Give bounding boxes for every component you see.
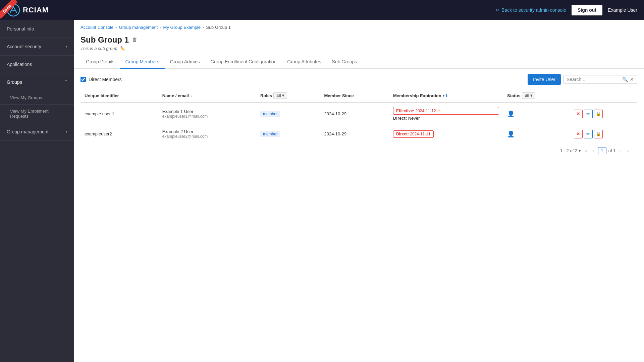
edit-member-button-2[interactable]: ✏ bbox=[584, 130, 593, 138]
breadcrumb-account-console[interactable]: Account Console bbox=[80, 25, 113, 30]
status-all-filter[interactable]: all ▾ bbox=[522, 92, 536, 99]
invite-user-button[interactable]: Invite User bbox=[528, 74, 561, 85]
chevron-right-icon: › bbox=[66, 44, 67, 49]
tab-group-details[interactable]: Group Details bbox=[80, 56, 120, 69]
breadcrumb-sep-3: › bbox=[203, 25, 204, 30]
remove-member-button-1[interactable]: ✕ bbox=[574, 110, 583, 118]
sidebar: Personal info Account security › Applica… bbox=[0, 20, 74, 362]
edit-member-button-1[interactable]: ✏ bbox=[584, 110, 593, 118]
table-area: Direct Members Invite User 🔍 ✕ Unique Id… bbox=[74, 69, 644, 362]
cell-unique-id-2: exampleuser2 bbox=[80, 125, 158, 143]
page-range[interactable]: 1 - 2 of 2 ▾ bbox=[560, 148, 581, 153]
breadcrumb-sep-1: › bbox=[115, 25, 117, 30]
sidebar-item-applications[interactable]: Applications bbox=[0, 56, 74, 73]
sidebar-item-view-my-groups[interactable]: View My Groups bbox=[0, 91, 74, 105]
expiry-info-icon[interactable]: ℹ bbox=[446, 93, 447, 98]
expiry-direct-box-2: Direct: 2024-11-11 bbox=[393, 130, 434, 138]
roles-all-filter[interactable]: all ▾ bbox=[273, 92, 287, 99]
status-active-icon-2: 👤 bbox=[507, 131, 515, 137]
delete-group-icon[interactable]: 🗑 bbox=[132, 37, 138, 43]
cell-name-email-2: Example 2 User exampleuser2@mail.com bbox=[158, 125, 256, 143]
table-header-row: Unique Identifier Name / email ↓ Roles bbox=[80, 89, 637, 103]
content-area: Account Console › Group management › My … bbox=[74, 20, 644, 362]
main-container: Personal info Account security › Applica… bbox=[0, 20, 644, 362]
sidebar-item-groups[interactable]: Groups ˅ bbox=[0, 73, 74, 91]
search-icon[interactable]: 🔍 bbox=[622, 77, 628, 82]
next-page-button[interactable]: › bbox=[618, 147, 623, 154]
user-name: Example User bbox=[608, 7, 637, 13]
col-status: Status all ▾ bbox=[503, 89, 570, 103]
action-buttons-1: ✕ ✏ 🔒 bbox=[574, 110, 633, 118]
direct-members-checkbox[interactable] bbox=[80, 77, 86, 82]
page-header: Sub Group 1 🗑 This is a sub group ✏️ bbox=[74, 33, 644, 52]
breadcrumb: Account Console › Group management › My … bbox=[74, 20, 644, 33]
user-name-2: Example 2 User bbox=[162, 129, 252, 134]
user-name-1: Example 1 User bbox=[162, 109, 252, 114]
tab-group-enrollment-config[interactable]: Group Enrollment Configuration bbox=[205, 56, 282, 69]
user-email-1: exampleuser1@mail.com bbox=[162, 114, 252, 119]
back-to-admin-link[interactable]: ↩ Back to security admin console bbox=[495, 7, 566, 13]
prev-page-button[interactable]: ‹ bbox=[591, 147, 596, 154]
cell-expiry-1: Effective: 2024-11-12 ⚠ Direct: Never bbox=[389, 103, 503, 125]
sidebar-item-account-security[interactable]: Account security › bbox=[0, 38, 74, 56]
back-arrow-icon: ↩ bbox=[495, 7, 499, 13]
action-buttons-2: ✕ ✏ 🔒 bbox=[574, 130, 633, 138]
edit-subtitle-icon[interactable]: ✏️ bbox=[119, 46, 125, 51]
first-page-button[interactable]: « bbox=[583, 147, 589, 154]
col-actions bbox=[570, 89, 637, 103]
rciam-logo-icon bbox=[7, 3, 20, 17]
total-pages-label: of 1 bbox=[608, 148, 616, 153]
role-badge-1: member bbox=[260, 111, 280, 117]
search-box: 🔍 ✕ bbox=[564, 75, 637, 84]
breadcrumb-group-management[interactable]: Group management bbox=[119, 25, 158, 30]
user-email-2: exampleuser2@mail.com bbox=[162, 134, 252, 139]
status-active-icon-1: 👤 bbox=[507, 111, 515, 117]
sidebar-item-group-management[interactable]: Group management › bbox=[0, 123, 74, 141]
lock-member-button-1[interactable]: 🔒 bbox=[594, 110, 603, 118]
last-page-button[interactable]: » bbox=[625, 147, 631, 154]
lock-member-button-2[interactable]: 🔒 bbox=[594, 130, 603, 138]
col-membership-expiry[interactable]: Membership Expiration ▾ ℹ bbox=[389, 89, 503, 103]
warning-icon-1: ⚠ bbox=[437, 108, 441, 113]
col-roles: Roles all ▾ bbox=[256, 89, 320, 103]
chevron-right-icon-gm: › bbox=[66, 129, 67, 134]
tab-group-attributes[interactable]: Group Attributes bbox=[282, 56, 326, 69]
current-page-number[interactable]: 1 bbox=[598, 147, 606, 154]
col-name-email[interactable]: Name / email ↓ bbox=[158, 89, 256, 103]
cell-expiry-2: Direct: 2024-11-11 bbox=[389, 125, 503, 143]
navbar: RCIAM ↩ Back to security admin console S… bbox=[0, 0, 644, 20]
cell-member-since-2: 2024-10-29 bbox=[320, 125, 389, 143]
cell-role-1: member bbox=[256, 103, 320, 125]
tab-group-admins[interactable]: Group Admins bbox=[165, 56, 205, 69]
table-row: exampleuser2 Example 2 User exampleuser2… bbox=[80, 125, 637, 143]
chevron-down-icon: ˅ bbox=[65, 80, 67, 84]
col-unique-id: Unique Identifier bbox=[80, 89, 158, 103]
tab-sub-groups[interactable]: Sub Groups bbox=[327, 56, 363, 69]
direct-members-header: Direct Members Invite User 🔍 ✕ bbox=[80, 74, 637, 85]
page-title-row: Sub Group 1 🗑 bbox=[80, 35, 637, 45]
sort-expiry-icon: ▾ bbox=[443, 94, 444, 98]
page-subtitle: This is a sub group ✏️ bbox=[80, 46, 637, 51]
navbar-logo: RCIAM bbox=[7, 3, 49, 17]
pagination-caret-icon: ▾ bbox=[579, 148, 581, 153]
tab-group-members[interactable]: Group Members bbox=[120, 56, 165, 69]
sidebar-item-personal-info[interactable]: Personal info bbox=[0, 20, 74, 38]
expiry-direct-1: Direct: Never bbox=[393, 116, 499, 121]
search-clear-icon[interactable]: ✕ bbox=[630, 77, 634, 82]
sign-out-button[interactable]: Sign out bbox=[572, 5, 602, 15]
remove-member-button-2[interactable]: ✕ bbox=[574, 130, 583, 138]
pagination: 1 - 2 of 2 ▾ « ‹ 1 of 1 › » bbox=[80, 143, 637, 158]
search-input[interactable] bbox=[567, 77, 620, 82]
breadcrumb-my-group-example[interactable]: My Group Example bbox=[163, 25, 201, 30]
breadcrumb-sep-2: › bbox=[160, 25, 161, 30]
sort-name-icon: ↓ bbox=[190, 94, 192, 98]
expiry-effective-box-1: Effective: 2024-11-12 ⚠ bbox=[393, 107, 499, 115]
navbar-logo-text: RCIAM bbox=[23, 6, 49, 14]
col-member-since: Member Since bbox=[320, 89, 389, 103]
sidebar-item-enrollment-requests[interactable]: View My Enrollment Requests bbox=[0, 105, 74, 123]
cell-member-since-1: 2024-10-29 bbox=[320, 103, 389, 125]
cell-actions-2: ✕ ✏ 🔒 bbox=[570, 125, 637, 143]
role-badge-2: member bbox=[260, 131, 280, 137]
members-table: Unique Identifier Name / email ↓ Roles bbox=[80, 89, 637, 143]
table-row: example user 1 Example 1 User exampleuse… bbox=[80, 103, 637, 125]
